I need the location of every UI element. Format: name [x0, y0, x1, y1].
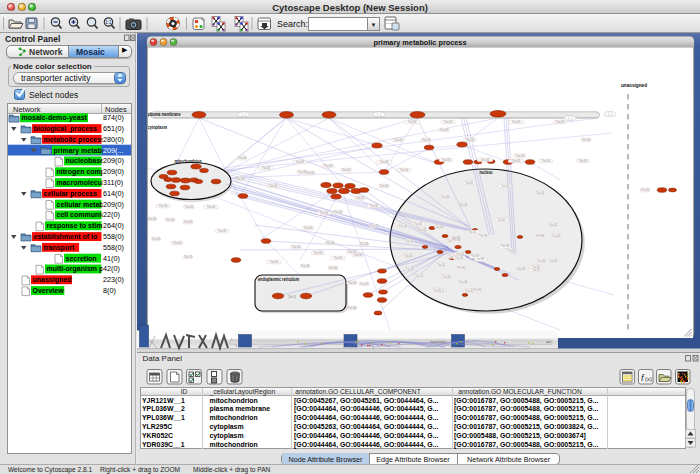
svg-text:Yxx-00: Yxx-00	[473, 288, 482, 292]
svg-text:Yxx-00: Yxx-00	[414, 222, 423, 226]
svg-text:Yxx-00: Yxx-00	[497, 218, 506, 222]
svg-text:secretion: secretion	[66, 255, 97, 262]
svg-text:Yxx-00: Yxx-00	[512, 159, 521, 163]
svg-text:Yxx-00: Yxx-00	[173, 241, 182, 245]
svg-text:264(0): 264(0)	[103, 221, 124, 230]
svg-text:Yxx-00: Yxx-00	[334, 256, 343, 260]
svg-text:Yxx-00: Yxx-00	[501, 184, 510, 188]
svg-text:22(0): 22(0)	[103, 210, 120, 219]
svg-text:Yxx-00: Yxx-00	[207, 205, 216, 209]
svg-text:Yxx-00: Yxx-00	[433, 288, 442, 292]
svg-text:Yxx-00: Yxx-00	[532, 265, 541, 269]
svg-text:Yxx-00: Yxx-00	[542, 159, 551, 163]
svg-text:Yxx-00: Yxx-00	[459, 203, 468, 207]
svg-text:Yxx-00: Yxx-00	[452, 238, 461, 242]
svg-text:Yxx-00: Yxx-00	[148, 217, 157, 221]
svg-text:[...]: [...]	[377, 113, 381, 117]
svg-text:Yxx-00: Yxx-00	[406, 267, 415, 271]
svg-text:nitrogen compo: nitrogen compo	[57, 168, 110, 176]
svg-text:[...]: [...]	[608, 112, 612, 116]
svg-text:651(0): 651(0)	[103, 124, 124, 133]
svg-text:558(0): 558(0)	[103, 243, 124, 252]
svg-text:primary metabo: primary metabo	[54, 147, 107, 155]
svg-text:Yxx-00: Yxx-00	[465, 289, 474, 293]
svg-text:[Yel-1]: [Yel-1]	[288, 295, 296, 299]
svg-text:Yxx-00: Yxx-00	[394, 138, 403, 142]
svg-text:cytoplasm: cytoplasm	[148, 124, 168, 130]
svg-text:Yxx-00: Yxx-00	[159, 204, 168, 208]
svg-text:plasma membrane: plasma membrane	[148, 111, 181, 117]
svg-text:Yxx-00: Yxx-00	[238, 156, 247, 160]
svg-text:Yxx-00: Yxx-00	[399, 224, 408, 228]
svg-text:Yxx-00: Yxx-00	[479, 234, 488, 238]
svg-text:cellular metabo: cellular metabo	[57, 201, 108, 208]
svg-text:Yxx-00: Yxx-00	[501, 244, 510, 248]
svg-text:Yxx-00: Yxx-00	[415, 274, 424, 278]
svg-text:metabolic process: metabolic process	[44, 136, 106, 144]
svg-text:Overview: Overview	[33, 287, 65, 294]
svg-text:Yxx-00: Yxx-00	[360, 242, 369, 246]
svg-text:Yxx-00: Yxx-00	[556, 120, 565, 124]
svg-text:Yxx-00: Yxx-00	[185, 205, 194, 209]
svg-text:Yxx-00: Yxx-00	[440, 128, 449, 132]
svg-text:(x): (x)	[645, 376, 652, 382]
svg-text:Yxx-00: Yxx-00	[380, 184, 389, 188]
svg-text:Yxx-00: Yxx-00	[455, 256, 464, 260]
svg-text:mosaic-demo-yeast: mosaic-demo-yeast	[22, 114, 88, 122]
svg-text:Yxx-00: Yxx-00	[320, 211, 329, 215]
svg-text:Yxx-00: Yxx-00	[582, 138, 591, 142]
svg-text:8(0): 8(0)	[103, 286, 116, 295]
svg-text:614(0): 614(0)	[103, 189, 124, 198]
svg-text:Yxx-00: Yxx-00	[516, 154, 525, 158]
svg-text:Yxx-00: Yxx-00	[442, 158, 451, 162]
svg-text:Yxx-00: Yxx-00	[380, 160, 389, 164]
svg-text:558(0): 558(0)	[103, 232, 124, 241]
svg-text:nucleus: nucleus	[480, 170, 493, 175]
svg-text:transport: transport	[44, 244, 75, 252]
svg-text:Yxx-00: Yxx-00	[356, 196, 365, 200]
svg-text:Yxx-00: Yxx-00	[269, 184, 278, 188]
svg-text:endoplasmic reticulum: endoplasmic reticulum	[258, 277, 299, 282]
svg-text:Yxx-00: Yxx-00	[270, 260, 279, 264]
svg-text:Yxx-00: Yxx-00	[301, 264, 310, 268]
svg-text:Yxx-00: Yxx-00	[334, 210, 343, 214]
svg-text:Yxx-00: Yxx-00	[456, 252, 465, 256]
svg-text:unassigned: unassigned	[33, 276, 72, 284]
svg-text:Yxx-00: Yxx-00	[441, 195, 450, 199]
svg-text:209(0): 209(0)	[103, 200, 124, 209]
svg-text:Search:: Search:	[277, 19, 308, 29]
svg-text:unassigned: unassigned	[621, 83, 647, 88]
svg-text:Yxx-00: Yxx-00	[549, 223, 558, 227]
svg-text:Yxx-00: Yxx-00	[296, 160, 305, 164]
svg-text:209(0): 209(0)	[103, 156, 124, 165]
svg-text:Yxx-00: Yxx-00	[579, 159, 588, 163]
svg-text:Yxx-00: Yxx-00	[437, 263, 446, 267]
svg-text:Yxx-00: Yxx-00	[507, 248, 516, 252]
svg-text:Yxx-00: Yxx-00	[360, 282, 369, 286]
svg-text:Yxx-00: Yxx-00	[166, 218, 175, 222]
svg-text:Yxx-00: Yxx-00	[348, 281, 357, 285]
svg-text:Yxx-00: Yxx-00	[324, 164, 333, 168]
svg-text:Yxx-00: Yxx-00	[370, 224, 379, 228]
svg-text:Yxx-00: Yxx-00	[304, 226, 313, 230]
svg-text:42(0): 42(0)	[103, 264, 120, 273]
svg-text:Yxx-00: Yxx-00	[348, 250, 357, 254]
svg-text:Yxx-00: Yxx-00	[442, 275, 451, 279]
svg-text:Yxx-00: Yxx-00	[400, 168, 409, 172]
svg-text:209(0): 209(0)	[103, 167, 124, 176]
svg-text:Yxx-00: Yxx-00	[549, 259, 558, 263]
svg-text:280(0): 280(0)	[103, 135, 124, 144]
svg-text:Yxx-00: Yxx-00	[444, 120, 453, 124]
svg-text:Yxx-00: Yxx-00	[418, 228, 427, 232]
svg-text:Yxx-00: Yxx-00	[517, 267, 526, 271]
svg-text:multi-organism pre: multi-organism pre	[47, 265, 111, 273]
svg-text:Yxx-00: Yxx-00	[314, 251, 323, 255]
svg-text:41(0): 41(0)	[103, 254, 120, 263]
svg-text:Yxx-00: Yxx-00	[468, 230, 477, 234]
svg-text:Yxx-00: Yxx-00	[404, 254, 413, 258]
svg-text:Yxx-00: Yxx-00	[641, 188, 650, 192]
svg-text:Yxx-00: Yxx-00	[422, 138, 431, 142]
svg-text:Yxx-00: Yxx-00	[536, 234, 545, 238]
svg-text:223(0): 223(0)	[103, 275, 124, 284]
svg-text:response to stimul: response to stimul	[47, 222, 109, 230]
